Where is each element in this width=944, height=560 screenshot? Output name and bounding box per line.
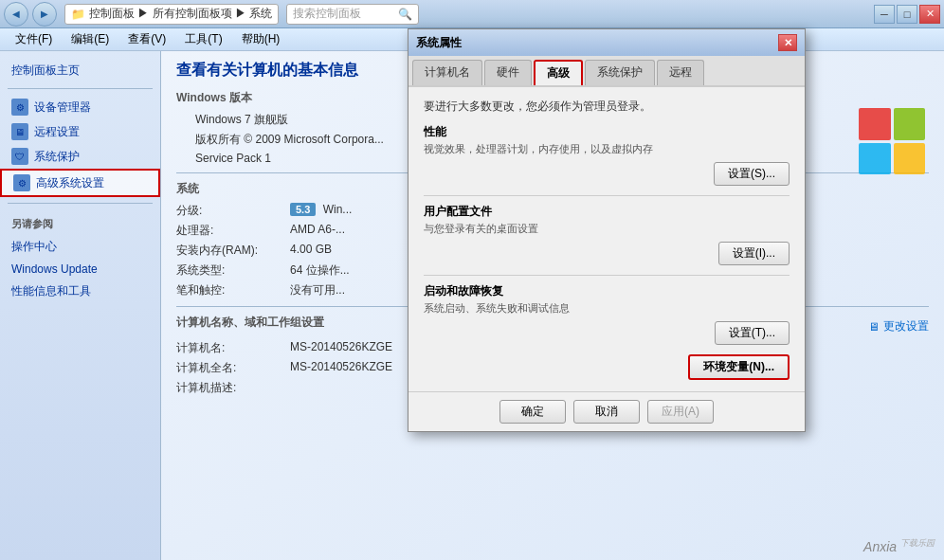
sidebar-item-windows-update[interactable]: Windows Update — [0, 259, 160, 280]
dialog-title: 系统属性 — [416, 35, 462, 51]
comp-fullname-value: MS-20140526KZGE — [290, 360, 392, 376]
sidebar-item-label: 远程设置 — [34, 124, 80, 140]
device-manager-icon: ⚙ — [11, 99, 28, 116]
sidebar: 控制面板主页 ⚙ 设备管理器 🖥 远程设置 🛡 系统保护 ⚙ 高级系统设置 另请… — [0, 51, 161, 560]
tab-hardware[interactable]: 硬件 — [484, 60, 532, 85]
apply-button[interactable]: 应用(A) — [647, 400, 714, 424]
pen-value: 没有可用... — [290, 282, 345, 298]
system-properties-dialog: 系统属性 ✕ 计算机名 硬件 高级 系统保护 远程 要进行大多数更改，您必须作为… — [408, 28, 806, 432]
startup-btn-row: 设置(T)... — [424, 321, 790, 345]
copyright-spacer — [176, 132, 195, 148]
windows-edition-value: Windows 7 旗舰版 — [195, 112, 288, 128]
watermark: Anxia 下载乐园 — [863, 537, 935, 554]
comp-name-value: MS-20140526KZGE — [290, 340, 392, 356]
profile-section: 用户配置文件 与您登录有关的桌面设置 设置(I)... — [424, 204, 790, 265]
env-variables-button[interactable]: 环境变量(N)... — [688, 354, 790, 380]
type-label: 系统类型: — [176, 262, 290, 279]
watermark-sub: 下载乐园 — [900, 538, 935, 548]
logo-q1 — [859, 108, 891, 140]
remote-icon: 🖥 — [11, 123, 28, 140]
startup-settings-button[interactable]: 设置(T)... — [715, 321, 790, 345]
perf-section: 性能 视觉效果，处理器计划，内存使用，以及虚拟内存 设置(S)... — [424, 124, 790, 186]
window-controls: ─ □ ✕ — [874, 5, 940, 24]
ram-label: 安装内存(RAM): — [176, 243, 290, 259]
minimize-button[interactable]: ─ — [874, 5, 895, 24]
sidebar-item-protection[interactable]: 🛡 系统保护 — [0, 144, 160, 169]
address-text: 控制面板 ▶ 所有控制面板项 ▶ 系统 — [89, 6, 272, 22]
comp-desc-label: 计算机描述: — [176, 380, 290, 396]
rating-value: 5.3 Win... — [290, 203, 352, 219]
perf-title: 性能 — [424, 124, 790, 140]
logo-q4 — [894, 143, 926, 175]
tab-advanced[interactable]: 高级 — [534, 60, 583, 85]
sidebar-item-label: 高级系统设置 — [36, 175, 104, 191]
sidebar-item-main[interactable]: 控制面板主页 — [0, 59, 160, 82]
service-pack-spacer — [176, 152, 195, 165]
title-bar: ◀ ▶ 📁 控制面板 ▶ 所有控制面板项 ▶ 系统 搜索控制面板 🔍 ─ □ ✕ — [0, 0, 944, 28]
processor-value: AMD A6-... — [290, 223, 345, 239]
watermark-text: Anxia — [863, 539, 897, 554]
profile-btn-row: 设置(I)... — [424, 242, 790, 265]
windows-update-label: Windows Update — [11, 262, 98, 276]
dialog-titlebar: 系统属性 ✕ — [408, 29, 805, 56]
change-settings-label: 更改设置 — [883, 318, 929, 334]
back-button[interactable]: ◀ — [4, 2, 28, 27]
ok-button[interactable]: 确定 — [499, 400, 566, 424]
tab-system-protection[interactable]: 系统保护 — [585, 60, 655, 85]
search-bar[interactable]: 搜索控制面板 🔍 — [286, 4, 419, 25]
sidebar-item-device-manager[interactable]: ⚙ 设备管理器 — [0, 95, 160, 119]
sidebar-divider-2 — [8, 203, 153, 204]
dialog-info-text: 要进行大多数更改，您必须作为管理员登录。 — [424, 99, 790, 115]
menu-help[interactable]: 帮助(H) — [234, 29, 288, 49]
menu-tools[interactable]: 工具(T) — [177, 29, 229, 49]
profile-desc: 与您登录有关的桌面设置 — [424, 222, 790, 236]
sidebar-item-performance[interactable]: 性能信息和工具 — [0, 280, 160, 303]
windows-logo — [859, 108, 925, 174]
profile-settings-button[interactable]: 设置(I)... — [718, 242, 790, 265]
service-pack-value: Service Pack 1 — [195, 152, 271, 165]
startup-section: 启动和故障恢复 系统启动、系统失败和调试信息 设置(T)... — [424, 283, 790, 345]
search-placeholder: 搜索控制面板 — [293, 6, 361, 22]
perf-btn-row: 设置(S)... — [424, 162, 790, 186]
windows-edition-spacer — [176, 112, 195, 128]
logo-q3 — [859, 143, 891, 175]
perf-settings-button[interactable]: 设置(S)... — [714, 162, 790, 186]
type-value: 64 位操作... — [290, 262, 350, 279]
performance-label: 性能信息和工具 — [11, 283, 91, 299]
profile-title: 用户配置文件 — [424, 204, 790, 220]
cancel-button[interactable]: 取消 — [573, 400, 640, 424]
menu-edit[interactable]: 编辑(E) — [64, 29, 117, 49]
address-bar[interactable]: 📁 控制面板 ▶ 所有控制面板项 ▶ 系统 — [64, 4, 279, 25]
maximize-button[interactable]: □ — [897, 5, 917, 24]
tab-computer-name[interactable]: 计算机名 — [412, 60, 482, 85]
dialog-footer: 确定 取消 应用(A) — [408, 391, 805, 431]
dialog-tabs: 计算机名 硬件 高级 系统保护 远程 — [408, 56, 805, 87]
rating-score: 5.3 — [290, 203, 316, 216]
sidebar-item-remote[interactable]: 🖥 远程设置 — [0, 119, 160, 144]
forward-button[interactable]: ▶ — [32, 2, 57, 27]
dialog-content: 要进行大多数更改，您必须作为管理员登录。 性能 视觉效果，处理器计划，内存使用，… — [408, 87, 805, 391]
sidebar-item-action-center[interactable]: 操作中心 — [0, 235, 160, 259]
tab-remote[interactable]: 远程 — [657, 60, 704, 85]
dialog-close-button[interactable]: ✕ — [778, 34, 797, 51]
search-icon: 🔍 — [398, 8, 412, 21]
action-center-label: 操作中心 — [11, 239, 57, 255]
sidebar-main-label: 控制面板主页 — [11, 63, 80, 79]
menu-view[interactable]: 查看(V) — [120, 29, 173, 49]
close-button[interactable]: ✕ — [919, 5, 940, 24]
folder-icon: 📁 — [71, 8, 85, 21]
startup-desc: 系统启动、系统失败和调试信息 — [424, 301, 790, 316]
advanced-icon: ⚙ — [13, 174, 30, 191]
settings-icon: 🖥 — [868, 320, 880, 334]
comp-fullname-label: 计算机全名: — [176, 360, 290, 376]
env-btn-row: 环境变量(N)... — [424, 354, 790, 380]
comp-name-label: 计算机名: — [176, 340, 290, 356]
env-row: 环境变量(N)... — [424, 354, 790, 380]
menu-file[interactable]: 文件(F) — [8, 29, 60, 49]
also-section-title: 另请参阅 — [0, 209, 160, 235]
sidebar-item-advanced[interactable]: ⚙ 高级系统设置 — [0, 169, 160, 197]
rating-text: Win... — [323, 203, 353, 216]
change-settings-link[interactable]: 🖥 更改设置 — [868, 318, 929, 334]
processor-label: 处理器: — [176, 223, 290, 239]
sep-2 — [424, 275, 790, 276]
